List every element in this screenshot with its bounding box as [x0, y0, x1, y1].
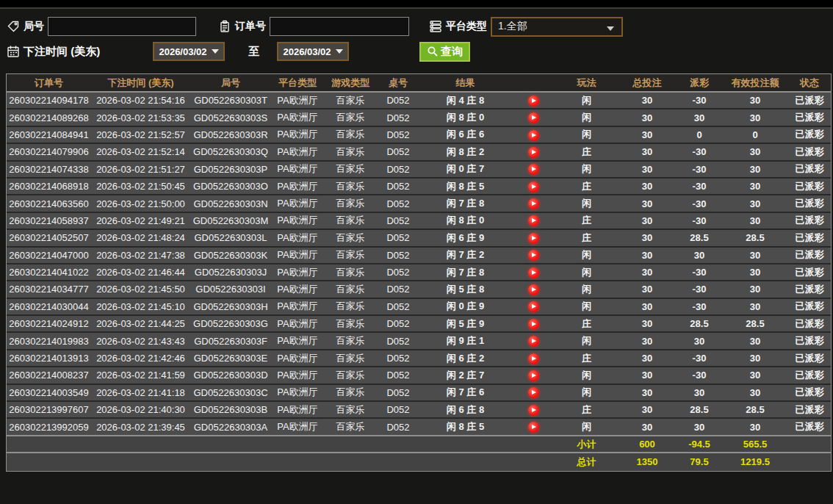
cell-game: 百家乐 [324, 367, 377, 384]
replay-cell [511, 93, 555, 109]
cell-order: 260302214084941 [7, 127, 91, 144]
replay-button[interactable] [528, 319, 539, 330]
cell-result: 闲 8 庄 2 [419, 144, 511, 161]
cell-time: 2026-03-02 21:53:35 [91, 109, 190, 126]
cell-payout: -30 [677, 367, 722, 384]
replay-button[interactable] [528, 147, 539, 158]
replay-cell [511, 248, 555, 264]
cell-total: 30 [618, 248, 677, 264]
cell-time: 2026-03-02 21:42:46 [91, 350, 190, 367]
cell-valid: 30 [722, 350, 788, 367]
replay-button[interactable] [528, 250, 539, 261]
cell-valid: 30 [722, 144, 788, 161]
cell-time: 2026-03-02 21:40:30 [91, 402, 190, 419]
cell-platform: PA欧洲厅 [271, 350, 324, 367]
date-to-value: 2026/03/02 [283, 46, 331, 57]
cell-round: GD0522630303K [190, 248, 271, 264]
table-body: 2603022140941782026-03-02 21:54:16GD0522… [7, 93, 831, 436]
date-from-select[interactable]: 2026/03/02 [153, 42, 225, 61]
cell-time: 2026-03-02 21:50:45 [91, 179, 190, 195]
cell-platform: PA欧洲厅 [271, 316, 324, 333]
table-row: 2603022140743382026-03-02 21:51:27GD0522… [7, 162, 831, 179]
cell-round: GD0522630303O [190, 179, 271, 195]
cell-platform: PA欧洲厅 [271, 195, 324, 212]
cell-result: 闲 8 庄 0 [419, 109, 511, 126]
cell-time: 2026-03-02 21:41:59 [91, 367, 190, 384]
table-row: 2603022140199832026-03-02 21:43:43GD0522… [7, 333, 831, 350]
cell-round: GD0522630303B [190, 402, 271, 419]
cell-result: 闲 6 庄 6 [419, 127, 511, 144]
cell-valid: 30 [722, 367, 788, 384]
cell-payout: -30 [677, 281, 722, 298]
to-label: 至 [248, 45, 259, 59]
table-row: 2603022140249122026-03-02 21:44:25GD0522… [7, 316, 831, 333]
replay-button[interactable] [528, 405, 539, 416]
cell-status: 已派彩 [788, 213, 831, 230]
subtotal-valid-bet: 565.5 [722, 436, 788, 453]
replay-button[interactable] [528, 164, 539, 175]
replay-button[interactable] [528, 370, 539, 381]
cell-game: 百家乐 [324, 179, 377, 195]
replay-button[interactable] [528, 422, 539, 433]
table-row: 2603022140139132026-03-02 21:42:46GD0522… [7, 350, 831, 367]
cell-time: 2026-03-02 21:41:18 [91, 385, 190, 402]
cell-valid: 30 [722, 195, 788, 212]
date-to-select[interactable]: 2026/03/02 [277, 42, 349, 61]
grand-total-valid-bet: 1219.5 [722, 453, 788, 470]
cell-platform: PA欧洲厅 [271, 109, 324, 126]
replay-button[interactable] [528, 112, 539, 123]
cell-total: 30 [618, 144, 677, 161]
replay-cell [511, 264, 555, 281]
cell-total: 30 [618, 281, 677, 298]
cell-round: GD0522630303D [190, 367, 271, 384]
grand-total-total-bet: 1350 [618, 453, 677, 470]
cell-order: 260302214013913 [7, 350, 91, 367]
col-round: 局号 [190, 74, 271, 93]
cell-total: 30 [618, 299, 677, 316]
platform-type-select[interactable]: 1.全部 [491, 17, 623, 37]
cell-play: 闲 [555, 281, 618, 298]
cell-order: 260302214024912 [7, 316, 91, 333]
cell-order: 260302214008237 [7, 367, 91, 384]
replay-button[interactable] [528, 130, 539, 141]
order-id-input[interactable] [270, 17, 409, 36]
chevron-down-icon [607, 26, 614, 31]
cell-result: 闲 2 庄 7 [419, 367, 511, 384]
query-button[interactable]: 查询 [419, 42, 470, 62]
round-id-filter: 局号 [6, 16, 196, 37]
cell-payout: 28.5 [677, 402, 722, 419]
replay-button[interactable] [528, 284, 539, 295]
cell-time: 2026-03-02 21:50:00 [91, 195, 190, 212]
cell-valid: 30 [722, 162, 788, 179]
cell-game: 百家乐 [324, 109, 377, 126]
cell-table_no: D052 [377, 281, 419, 298]
cell-table_no: D052 [377, 299, 419, 316]
replay-button[interactable] [528, 181, 539, 192]
chevron-down-icon [336, 49, 343, 54]
replay-button[interactable] [528, 96, 539, 107]
replay-button[interactable] [528, 198, 539, 209]
cell-time: 2026-03-02 21:48:24 [91, 230, 190, 247]
replay-button[interactable] [528, 353, 539, 364]
replay-button[interactable] [528, 387, 539, 398]
col-total-bet: 总投注 [618, 74, 677, 93]
date-from-group: 2026/03/02 [153, 41, 225, 62]
replay-button[interactable] [528, 336, 539, 347]
cell-time: 2026-03-02 21:52:14 [91, 144, 190, 161]
bet-records-table: 订单号 下注时间 (美东) 局号 平台类型 游戏类型 桌号 结果 玩法 总投注 … [6, 73, 832, 472]
cell-platform: PA欧洲厅 [271, 385, 324, 402]
cell-table_no: D052 [377, 419, 419, 436]
replay-button[interactable] [528, 233, 539, 244]
replay-button[interactable] [528, 267, 539, 278]
replay-button[interactable] [528, 215, 539, 226]
cell-valid: 0 [722, 127, 788, 144]
col-status: 状态 [788, 74, 831, 93]
cell-platform: PA欧洲厅 [271, 144, 324, 161]
round-id-input[interactable] [48, 17, 196, 36]
cell-result: 闲 5 庄 8 [419, 281, 511, 298]
cell-time: 2026-03-02 21:39:45 [91, 419, 190, 436]
replay-cell [511, 419, 555, 436]
replay-button[interactable] [528, 301, 539, 312]
cell-time: 2026-03-02 21:47:38 [91, 248, 190, 264]
cell-status: 已派彩 [788, 179, 831, 195]
